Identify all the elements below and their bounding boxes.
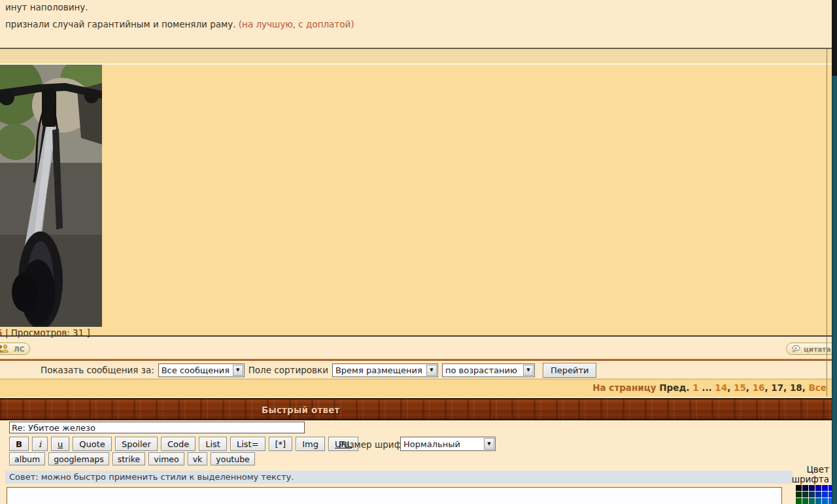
bbcode-code-button[interactable]: Code — [161, 437, 196, 451]
page-separator: , — [783, 382, 790, 393]
bbcode-toolbar-row2: albumgooglemapsstrikevimeovkyoutube — [9, 452, 255, 465]
palette-row — [796, 485, 834, 491]
color-swatch[interactable] — [802, 498, 808, 504]
bbcode-list-ordered-button[interactable]: List= — [230, 437, 265, 451]
bbcode-album-button[interactable]: album — [9, 452, 45, 465]
scrollbar-track — [832, 76, 837, 504]
page-separator: , — [802, 382, 809, 393]
post-text-line2: признали случай гарантийным и поменяли р… — [5, 19, 354, 29]
table-right-border — [827, 49, 827, 397]
post-text-note: (на лучшую, с доплатой) — [239, 19, 354, 29]
page-link[interactable]: 14 — [715, 382, 727, 393]
page-link[interactable]: 15 — [734, 382, 746, 393]
chevron-down-icon: ▼ — [484, 438, 494, 450]
sort-field-label: Поле сортировки — [248, 365, 328, 375]
chevron-down-icon: ▼ — [233, 365, 243, 376]
page-label: На страницу — [592, 382, 656, 393]
bbcode-vk-button[interactable]: vk — [188, 452, 208, 465]
previous-page-link[interactable]: Пред. — [659, 382, 689, 393]
font-size-value: Нормальный — [403, 439, 460, 449]
show-posts-label: Показать сообщения за: — [41, 365, 154, 375]
color-swatch[interactable] — [796, 485, 802, 491]
bbcode-img-button[interactable]: Img — [296, 437, 325, 451]
current-page: 17 — [771, 382, 783, 393]
current-page: 18 — [790, 382, 802, 393]
style-tip-bar: Совет: можно быстро применить стили к вы… — [5, 471, 793, 484]
private-message-button[interactable]: ЛС — [0, 343, 30, 355]
svg-text:»: » — [794, 346, 797, 351]
quick-reply-title: Быстрый ответ — [262, 405, 340, 415]
speech-bubble-icon: » — [792, 345, 801, 352]
page-link[interactable]: Все — [809, 382, 827, 393]
color-swatch[interactable] — [809, 498, 815, 504]
private-message-label: ЛС — [14, 345, 24, 353]
bbcode-googlemaps-button[interactable]: googlemaps — [48, 452, 109, 465]
bbcode-italic-button[interactable]: i — [32, 437, 48, 451]
font-color-label-line1: Цвет — [783, 465, 829, 475]
bbcode-underline-button[interactable]: u — [51, 437, 69, 451]
color-swatch[interactable] — [802, 492, 808, 497]
chevron-down-icon: ▼ — [523, 365, 534, 376]
scrollbar-top — [832, 0, 837, 76]
bbcode-toolbar-row1: BiuQuoteSpoilerCodeListList=[*]ImgURL — [9, 437, 358, 451]
color-swatch[interactable] — [822, 485, 828, 491]
font-color-palette — [796, 485, 834, 504]
color-swatch[interactable] — [822, 492, 828, 497]
font-color-label: Цвет шрифта — [783, 465, 829, 484]
sort-field-select[interactable]: Время размещения ▼ — [332, 363, 438, 377]
bbcode-list-item-button[interactable]: [*] — [269, 437, 293, 451]
page-link[interactable]: 16 — [753, 382, 765, 393]
font-color-label-line2: шрифта — [783, 475, 829, 484]
bbcode-list-button[interactable]: List — [199, 437, 227, 451]
bbcode-quote-button[interactable]: Quote — [73, 437, 112, 451]
page-separator: , — [764, 382, 771, 393]
bbcode-strike-button[interactable]: strike — [112, 452, 146, 465]
font-size-select[interactable]: Нормальный ▼ — [400, 437, 496, 451]
divider — [0, 335, 832, 337]
quote-button[interactable]: » цитата — [786, 343, 836, 355]
sort-direction-select[interactable]: по возрастанию ▼ — [442, 363, 535, 377]
page-links: 1 ... 14, 15, 16, 17, 18, Все — [692, 382, 827, 393]
divider — [0, 359, 832, 361]
bbcode-bold-button[interactable]: B — [9, 437, 29, 451]
color-swatch[interactable] — [815, 498, 821, 504]
show-posts-value: Все сообщения — [162, 365, 230, 375]
post-text: признали случай гарантийным и поменяли р… — [5, 19, 236, 29]
page-separator: , — [727, 382, 734, 393]
color-swatch[interactable] — [809, 492, 815, 497]
color-swatch[interactable] — [822, 498, 828, 504]
bbcode-spoiler-button[interactable]: Spoiler — [115, 437, 158, 451]
bbcode-vimeo-button[interactable]: vimeo — [148, 452, 184, 465]
post-filter-bar: Показать сообщения за: Все сообщения ▼ П… — [41, 361, 596, 378]
message-textarea[interactable] — [7, 487, 782, 504]
page-separator: , — [746, 382, 753, 393]
sort-field-value: Время размещения — [335, 365, 422, 375]
quick-reply-header: Быстрый ответ — [0, 398, 832, 420]
chevron-down-icon: ▼ — [426, 365, 437, 376]
scrollbar[interactable] — [832, 0, 837, 504]
post-header-band — [0, 49, 832, 65]
page-link[interactable]: 1 — [692, 382, 698, 393]
pagination: На страницу Пред. 1 ... 14, 15, 16, 17, … — [592, 382, 827, 393]
color-swatch[interactable] — [796, 492, 802, 497]
color-swatch[interactable] — [802, 485, 808, 491]
color-swatch[interactable] — [815, 485, 821, 491]
attachment-bicycle-photo[interactable] — [0, 65, 102, 327]
users-icon — [0, 344, 11, 353]
palette-row — [796, 492, 834, 497]
subject-input[interactable] — [9, 422, 305, 433]
color-swatch[interactable] — [815, 492, 821, 497]
post-body: 5 | Просмотров: 31 ] — [0, 65, 832, 335]
go-button[interactable]: Перейти — [543, 363, 597, 378]
sort-direction-value: по возрастанию — [445, 365, 517, 375]
palette-row — [796, 498, 834, 504]
post-text-line1: инут наполовину. — [5, 2, 88, 12]
show-posts-select[interactable]: Все сообщения ▼ — [158, 363, 245, 377]
color-swatch[interactable] — [809, 485, 815, 491]
bbcode-youtube-button[interactable]: youtube — [211, 452, 254, 465]
page-separator: ... — [699, 382, 715, 393]
color-swatch[interactable] — [796, 498, 802, 504]
